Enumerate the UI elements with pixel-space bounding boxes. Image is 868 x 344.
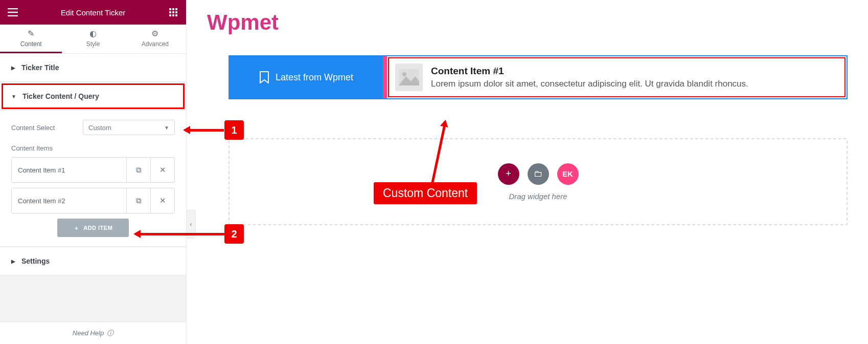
annotation-badge-2: 2 [224, 224, 244, 244]
select-value: Custom [88, 124, 111, 132]
svg-rect-3 [169, 11, 171, 13]
ticker-separator [383, 56, 387, 98]
ticker-content-area: Content Item #1 Lorem ipsum dolor sit am… [387, 56, 847, 98]
section-label: Ticker Content / Query [22, 92, 99, 100]
section-ticker-title[interactable]: ▶ Ticker Title [0, 53, 186, 82]
ek-label: EK [562, 169, 573, 178]
svg-rect-4 [172, 11, 174, 13]
remove-button[interactable]: ✕ [150, 158, 174, 182]
repeater-item[interactable]: Content Item #1 ⧉ ✕ [11, 157, 175, 183]
close-icon: ✕ [159, 165, 166, 175]
site-logo: Wpmet [207, 10, 848, 35]
ticker-text: Content Item #1 Lorem ipsum dolor sit am… [431, 66, 838, 89]
ticker-item-title: Content Item #1 [431, 66, 838, 77]
bookmark-icon [259, 71, 269, 83]
duplicate-button[interactable]: ⧉ [126, 188, 150, 213]
gear-icon: ⚙ [151, 29, 158, 38]
svg-rect-8 [175, 14, 177, 16]
add-item-button[interactable]: ＋ ADD ITEM [57, 219, 129, 237]
section-body-ticker-content: Content Select Custom ▼ Content Items Co… [0, 111, 186, 247]
drop-zone[interactable]: + 🗀 EK Drag widget here [229, 138, 848, 225]
template-library-button[interactable]: 🗀 [528, 163, 549, 185]
section-settings[interactable]: ▶ Settings [0, 247, 186, 275]
caret-right-icon: ▶ [11, 65, 15, 71]
content-items-label: Content Items [11, 144, 175, 152]
copy-icon: ⧉ [136, 196, 142, 205]
help-icon: ⓘ [107, 329, 113, 338]
badge-number: 2 [224, 224, 244, 244]
section-label: Ticker Title [21, 63, 59, 72]
remove-button[interactable]: ✕ [150, 188, 174, 213]
svg-rect-5 [175, 11, 177, 13]
drag-hint: Drag widget here [509, 192, 567, 201]
apps-icon[interactable] [168, 7, 179, 18]
tab-label: Content [20, 40, 42, 48]
tab-label: Advanced [142, 40, 169, 48]
panel-tabs: ✎ Content ◐ Style ⚙ Advanced [0, 25, 186, 53]
drop-zone-buttons: + 🗀 EK [498, 163, 579, 185]
ticker-item-body: Lorem ipsum dolor sit amet, consectetur … [431, 79, 838, 89]
panel-title: Edit Content Ticker [61, 8, 126, 17]
plus-icon: + [506, 168, 511, 179]
ticker-title: Latest from Wpmet [230, 56, 383, 98]
menu-icon[interactable] [7, 7, 18, 18]
contrast-icon: ◐ [89, 29, 97, 38]
content-select-dropdown[interactable]: Custom ▼ [83, 120, 175, 135]
editor-panel: Edit Content Ticker ✎ Content ◐ Style ⚙ … [0, 0, 187, 344]
need-help-label: Need Help [73, 329, 104, 337]
content-select-row: Content Select Custom ▼ [11, 120, 175, 135]
tab-content[interactable]: ✎ Content [0, 25, 62, 53]
folder-icon: 🗀 [534, 168, 543, 179]
need-help-link[interactable]: Need Help ⓘ [0, 321, 186, 344]
repeater-item-title: Content Item #2 [12, 197, 126, 205]
copy-icon: ⧉ [136, 165, 142, 175]
caret-right-icon: ▶ [11, 259, 15, 264]
section-ticker-content[interactable]: ▼ Ticker Content / Query [0, 82, 186, 111]
image-placeholder-icon [395, 63, 423, 91]
chevron-down-icon: ▼ [164, 125, 169, 131]
panel-collapse-handle[interactable]: ‹ [187, 210, 196, 239]
svg-rect-6 [169, 14, 171, 16]
annotation-arrow-1 [185, 129, 224, 132]
content-select-label: Content Select [11, 124, 78, 132]
add-item-label: ADD ITEM [83, 225, 112, 231]
annotation-badge-1: 1 [224, 120, 244, 140]
chevron-left-icon: ‹ [190, 221, 192, 228]
plus-icon: ＋ [74, 224, 80, 232]
add-section-button[interactable]: + [498, 163, 519, 185]
canvas: Wpmet Latest from Wpmet Content Item #1 … [187, 0, 868, 344]
section-label: Settings [21, 257, 50, 265]
svg-rect-1 [172, 8, 174, 10]
ticker-title-text: Latest from Wpmet [276, 72, 353, 83]
badge-number: 1 [224, 120, 244, 140]
panel-header: Edit Content Ticker [0, 0, 186, 25]
svg-rect-0 [169, 8, 171, 10]
elementskit-button[interactable]: EK [557, 163, 579, 185]
svg-rect-7 [172, 14, 174, 16]
tab-style[interactable]: ◐ Style [62, 25, 124, 53]
sections: ▶ Ticker Title ▼ Ticker Content / Query … [0, 53, 186, 321]
close-icon: ✕ [159, 196, 166, 205]
repeater-item-title: Content Item #1 [12, 166, 126, 174]
caret-down-icon: ▼ [11, 94, 16, 99]
tab-advanced[interactable]: ⚙ Advanced [124, 25, 186, 53]
content-ticker-widget[interactable]: Latest from Wpmet Content Item #1 Lorem … [229, 55, 848, 99]
repeater-item[interactable]: Content Item #2 ⧉ ✕ [11, 188, 175, 213]
svg-point-10 [402, 72, 406, 76]
tab-label: Style [86, 40, 100, 48]
svg-rect-2 [175, 8, 177, 10]
duplicate-button[interactable]: ⧉ [126, 158, 150, 182]
pencil-icon: ✎ [28, 29, 34, 38]
